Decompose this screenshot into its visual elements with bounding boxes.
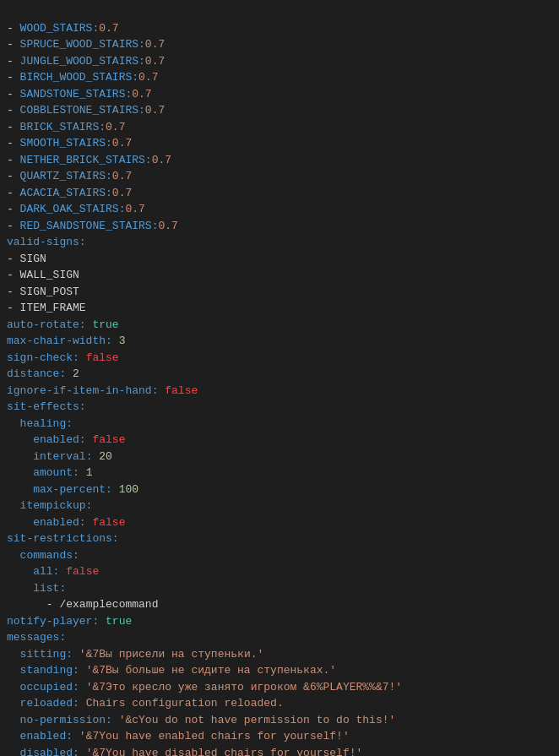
code-line: - SIGN bbox=[7, 251, 552, 268]
code-line: max-percent: 100 bbox=[7, 481, 552, 498]
code-line: - SMOOTH_STAIRS:0.7 bbox=[7, 135, 552, 152]
code-line: - BIRCH_WOOD_STAIRS:0.7 bbox=[7, 69, 552, 86]
code-line: - ITEM_FRAME bbox=[7, 300, 552, 317]
code-line: - SIGN_POST bbox=[7, 284, 552, 301]
code-line: standing: '&7Вы больше не сидите на ступ… bbox=[7, 662, 552, 679]
code-line: no-permission: '&cYou do not have permis… bbox=[7, 712, 552, 729]
code-line: - WALL_SIGN bbox=[7, 267, 552, 284]
code-line: healing: bbox=[7, 416, 552, 432]
code-block: - WOOD_STAIRS:0.7- SPRUCE_WOOD_STAIRS:0.… bbox=[0, 0, 559, 756]
code-line: - BRICK_STAIRS:0.7 bbox=[7, 119, 552, 136]
code-line: - JUNGLE_WOOD_STAIRS:0.7 bbox=[7, 53, 552, 70]
code-line: occupied: '&7Это кресло уже занято игрок… bbox=[7, 679, 552, 696]
code-line: - SPRUCE_WOOD_STAIRS:0.7 bbox=[7, 36, 552, 53]
code-line: - /examplecommand bbox=[7, 596, 552, 613]
code-line: reloaded: Chairs configuration reloaded. bbox=[7, 695, 552, 712]
code-line: sit-restrictions: bbox=[7, 530, 552, 547]
code-line: enabled: false bbox=[7, 514, 552, 531]
code-line: ignore-if-item-in-hand: false bbox=[7, 383, 552, 400]
code-line: - ACACIA_STAIRS:0.7 bbox=[7, 185, 552, 202]
code-line: disabled: '&7You have disabled chairs fo… bbox=[7, 745, 552, 757]
code-line: valid-signs: bbox=[7, 234, 552, 251]
code-line: - COBBLESTONE_STAIRS:0.7 bbox=[7, 102, 552, 119]
code-line: - QUARTZ_STAIRS:0.7 bbox=[7, 168, 552, 185]
code-line: max-chair-width: 3 bbox=[7, 333, 552, 350]
code-line: auto-rotate: true bbox=[7, 317, 552, 334]
code-line: interval: 20 bbox=[7, 449, 552, 465]
code-line: - NETHER_BRICK_STAIRS:0.7 bbox=[7, 152, 552, 169]
code-line: enabled: false bbox=[7, 432, 552, 449]
code-line: - SANDSTONE_STAIRS:0.7 bbox=[7, 86, 552, 103]
code-line: notify-player: true bbox=[7, 613, 552, 630]
code-line: enabled: '&7You have enabled chairs for … bbox=[7, 728, 552, 745]
code-line: - DARK_OAK_STAIRS:0.7 bbox=[7, 201, 552, 218]
code-line: - WOOD_STAIRS:0.7 bbox=[7, 20, 552, 37]
code-line: distance: 2 bbox=[7, 366, 552, 383]
code-line: sit-effects: bbox=[7, 399, 552, 416]
code-line: all: false bbox=[7, 563, 552, 580]
code-line: - RED_SANDSTONE_STAIRS:0.7 bbox=[7, 218, 552, 235]
code-line: commands: bbox=[7, 547, 552, 564]
code-line: itempickup: bbox=[7, 498, 552, 514]
code-line: sitting: '&7Вы присели на ступеньки.' bbox=[7, 646, 552, 663]
code-line: messages: bbox=[7, 629, 552, 646]
code-line: sign-check: false bbox=[7, 350, 552, 367]
code-line: list: bbox=[7, 580, 552, 597]
code-line: amount: 1 bbox=[7, 465, 552, 481]
